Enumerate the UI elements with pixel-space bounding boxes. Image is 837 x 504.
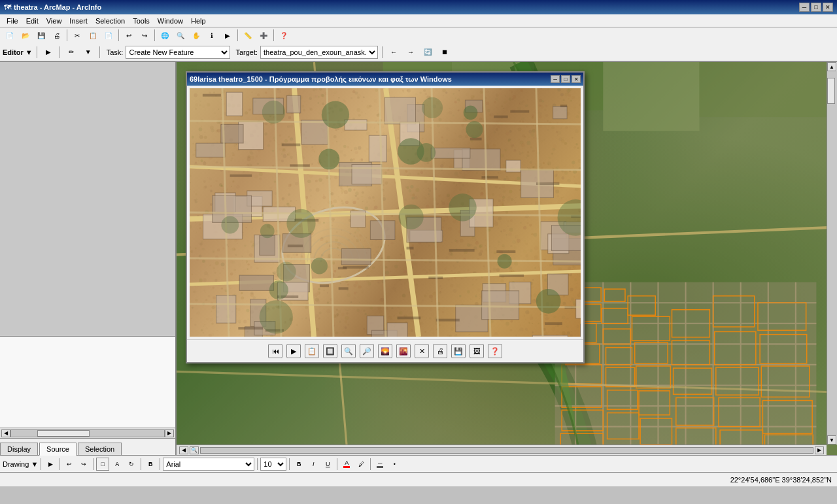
scroll-right-btn[interactable]: ▶ <box>165 429 174 437</box>
draw-rotate-btn[interactable]: ↻ <box>125 458 138 471</box>
refresh-btn[interactable]: 🔄 <box>420 45 435 59</box>
photo-fit-btn[interactable]: 🔲 <box>323 344 337 358</box>
editor-toolbar: Editor ▼ ▶ ✏ ▼ Task: Create New Feature … <box>0 43 837 61</box>
map-zoom-btn[interactable]: 🔍 <box>190 446 199 454</box>
stop-btn[interactable]: ⏹ <box>437 45 452 59</box>
toolbar-area: 📄 📂 💾 🖨 ✂ 📋 📄 ↩ ↪ 🌐 🔍 ✋ ℹ ▶ 📏 ➕ ❓ Edito <box>0 27 837 62</box>
app-title: theatra - ArcMap - ArcInfo <box>14 3 101 11</box>
help-btn[interactable]: ❓ <box>277 28 291 42</box>
draw-undo-btn[interactable]: ↩ <box>63 458 76 471</box>
text-italic-btn[interactable]: I <box>307 458 320 471</box>
cut-btn[interactable]: ✂ <box>70 28 84 42</box>
tab-selection[interactable]: Selection <box>78 443 122 455</box>
photo-zoom-in-btn[interactable]: 🔎 <box>360 344 374 358</box>
measure-btn[interactable]: 📏 <box>241 28 255 42</box>
add-data-btn[interactable]: ➕ <box>256 28 271 42</box>
photo-title-bar: 69larisa theatro_1500 - Πρόγραμμα προβολ… <box>187 73 583 86</box>
scrollbar-track[interactable] <box>10 429 165 437</box>
map-scroll-left[interactable]: ◀ <box>179 446 188 454</box>
task-select[interactable]: Create New Feature <box>126 46 230 59</box>
highlight-color-btn[interactable]: 🖊 <box>354 458 367 471</box>
photo-brightness-btn[interactable]: 🌇 <box>396 344 411 358</box>
text-bold-btn[interactable]: B <box>292 458 305 471</box>
draw-arrow-btn[interactable]: ▶ <box>44 458 57 471</box>
scroll-left-btn[interactable]: ◀ <box>1 429 10 437</box>
draw-bold-btn[interactable]: B <box>144 458 157 471</box>
select-tool-btn[interactable]: ▶ <box>41 45 56 59</box>
photo-title: 69larisa theatro_1500 - Πρόγραμμα προβολ… <box>190 75 452 83</box>
identify-btn[interactable]: ℹ <box>205 28 219 42</box>
close-btn[interactable]: ✕ <box>823 3 833 12</box>
font-family-select[interactable]: Arial <box>163 458 254 471</box>
photo-save-btn[interactable]: 💾 <box>451 344 466 358</box>
print-btn[interactable]: 🖨 <box>50 28 64 42</box>
redo-btn[interactable]: ↪ <box>137 28 152 42</box>
back-btn[interactable]: ← <box>386 45 401 59</box>
vscroll-thumb[interactable] <box>827 78 835 104</box>
undo-btn[interactable]: ↩ <box>122 28 136 42</box>
map-v-scrollbar[interactable]: ▲ ▼ <box>827 62 837 445</box>
vscroll-up-btn[interactable]: ▲ <box>827 62 836 71</box>
minimize-btn[interactable]: ─ <box>799 3 810 12</box>
drawing-label[interactable]: Drawing ▼ <box>3 460 38 468</box>
editor-label[interactable]: Editor ▼ <box>3 48 33 56</box>
main-area: ◀ ▶ Display Source Selection <box>0 62 837 455</box>
open-btn[interactable]: 📂 <box>18 28 33 42</box>
photo-play-btn[interactable]: ▶ <box>286 344 301 358</box>
drawing-toolbar: Drawing ▼ ▶ ↩ ↪ □ A ↻ B Arial 10 B I U A… <box>0 455 837 472</box>
vscroll-track[interactable] <box>827 71 837 435</box>
paste-btn[interactable]: 📄 <box>101 28 116 42</box>
photo-close-x-btn[interactable]: ✕ <box>415 344 429 358</box>
new-btn[interactable]: 📄 <box>3 28 17 42</box>
menu-edit[interactable]: Edit <box>22 16 43 26</box>
forward-btn[interactable]: → <box>403 45 418 59</box>
photo-help-btn[interactable]: ❓ <box>488 344 502 358</box>
menu-file[interactable]: File <box>3 16 22 26</box>
menu-selection[interactable]: Selection <box>92 16 129 26</box>
font-color-btn[interactable]: A <box>340 458 353 471</box>
target-select[interactable]: theatra_pou_den_exoun_anask... <box>260 46 378 59</box>
save-btn[interactable]: 💾 <box>34 28 48 42</box>
photo-close-btn[interactable]: ✕ <box>572 75 581 83</box>
draw-text-btn[interactable]: A <box>111 458 124 471</box>
zoom-in-btn[interactable]: 🔍 <box>173 28 188 42</box>
photo-minimize-btn[interactable]: ─ <box>551 75 560 83</box>
h-scrollbar[interactable]: ◀ ▶ <box>0 428 175 438</box>
line-color-btn[interactable]: ─ <box>373 458 386 471</box>
draw-sep8 <box>337 458 337 470</box>
photo-open-btn[interactable]: 🖼 <box>470 344 484 358</box>
zoom-full-btn[interactable]: 🌐 <box>158 28 172 42</box>
photo-print-btn[interactable]: 🖨 <box>433 344 447 358</box>
font-size-select[interactable]: 10 <box>260 458 286 471</box>
photo-maximize-btn[interactable]: □ <box>561 75 570 83</box>
photo-copy-btn[interactable]: 📋 <box>305 344 319 358</box>
sep1 <box>67 29 67 41</box>
sketch-drop-btn[interactable]: ▼ <box>81 45 95 59</box>
copy-btn[interactable]: 📋 <box>86 28 100 42</box>
fill-color-btn[interactable]: • <box>388 458 401 471</box>
menu-insert[interactable]: Insert <box>65 16 92 26</box>
title-bar: 🗺 theatra - ArcMap - ArcInfo ─ □ ✕ <box>0 0 837 14</box>
sketch-tool-btn[interactable]: ✏ <box>64 45 78 59</box>
tab-source[interactable]: Source <box>39 443 77 456</box>
photo-contrast-btn[interactable]: 🌄 <box>378 344 392 358</box>
menu-tools[interactable]: Tools <box>129 16 154 26</box>
text-underline-btn[interactable]: U <box>321 458 334 471</box>
title-bar-buttons: ─ □ ✕ <box>799 3 833 12</box>
draw-rect-btn[interactable]: □ <box>96 458 109 471</box>
vscroll-down-btn[interactable]: ▼ <box>827 435 836 445</box>
select-btn[interactable]: ▶ <box>220 28 235 42</box>
menu-view[interactable]: View <box>43 16 66 26</box>
photo-first-btn[interactable]: ⏮ <box>268 344 282 358</box>
draw-redo-btn[interactable]: ↪ <box>77 458 90 471</box>
tab-display[interactable]: Display <box>0 443 38 455</box>
menu-window[interactable]: Window <box>154 16 187 26</box>
map-hscroll-track[interactable] <box>200 447 813 454</box>
scrollbar-thumb[interactable] <box>37 430 90 437</box>
photo-zoom-out-btn[interactable]: 🔍 <box>341 344 356 358</box>
maximize-btn[interactable]: □ <box>811 3 821 12</box>
pan-btn[interactable]: ✋ <box>189 28 203 42</box>
menu-help[interactable]: Help <box>187 16 210 26</box>
map-area[interactable]: Greece ▲ ▼ ◀ 🔍 ▶ 69larisa theatro_1500 -… <box>177 62 837 455</box>
map-scroll-right[interactable]: ▶ <box>815 446 824 454</box>
